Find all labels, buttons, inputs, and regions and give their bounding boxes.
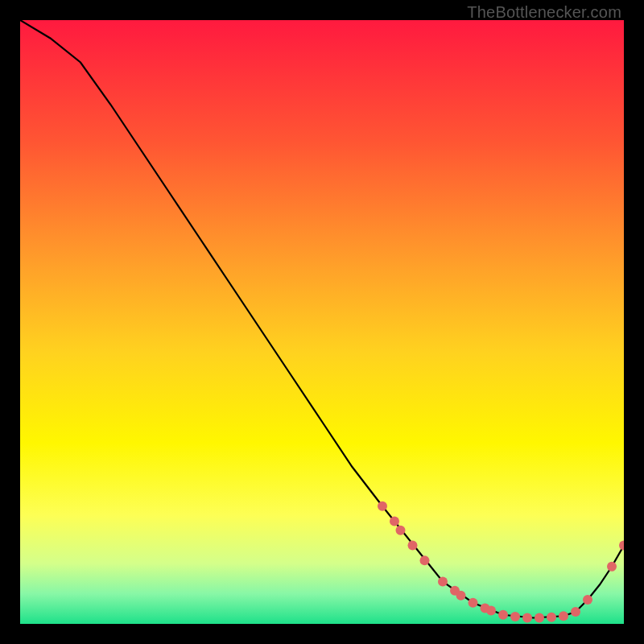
marker-point — [408, 541, 418, 551]
chart-overlay — [20, 20, 624, 624]
marker-point — [456, 591, 466, 601]
series-curve — [20, 20, 624, 618]
chart-root: TheBottlenecker.com — [0, 0, 644, 644]
marker-point — [390, 517, 399, 526]
marker-point — [547, 613, 556, 622]
marker-point — [607, 562, 617, 572]
marker-point — [420, 555, 430, 565]
marker-point — [378, 502, 387, 511]
plot-area — [20, 20, 624, 624]
watermark-text: TheBottlenecker.com — [467, 3, 621, 22]
marker-point — [498, 610, 508, 620]
marker-point — [522, 613, 532, 623]
marker-point — [438, 577, 448, 587]
marker-point — [510, 612, 520, 621]
marker-point — [619, 541, 624, 551]
marker-point — [583, 595, 592, 605]
marker-point — [396, 526, 406, 535]
marker-point — [571, 607, 580, 617]
marker-point — [559, 611, 568, 621]
marker-point — [535, 613, 544, 623]
marker-point — [469, 598, 478, 608]
marker-group — [378, 502, 624, 623]
marker-point — [486, 606, 496, 616]
